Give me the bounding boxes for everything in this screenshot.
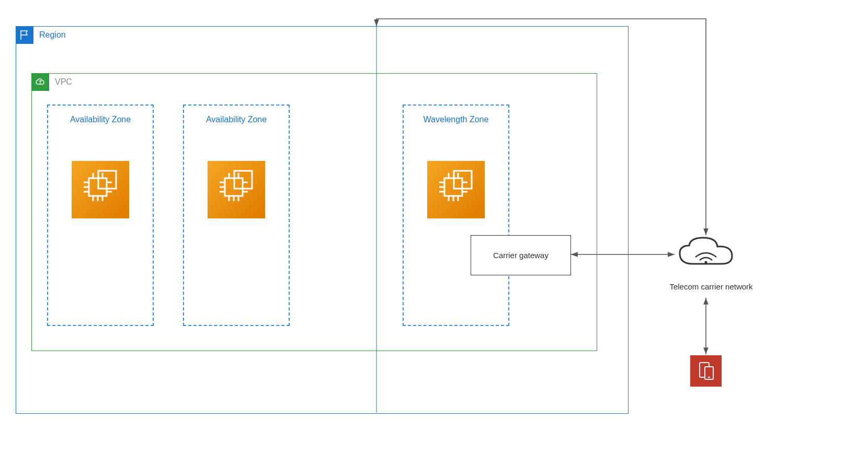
wavelength-zone: Wavelength Zone [403, 104, 509, 326]
ec2-instance-icon [427, 161, 485, 218]
svg-point-36 [705, 261, 707, 264]
zone-label: Availability Zone [184, 115, 289, 124]
cloud-wifi-icon [675, 235, 737, 272]
ec2-instance-icon [208, 161, 265, 218]
region-label: Region [39, 30, 66, 40]
region-flag-icon [16, 26, 33, 44]
zone-label: Wavelength Zone [404, 115, 508, 124]
zone-label: Availability Zone [48, 115, 153, 124]
availability-zone-1: Availability Zone [47, 104, 154, 326]
mobile-devices-icon [690, 355, 722, 387]
carrier-gateway-label: Carrier gateway [493, 251, 549, 260]
availability-zone-2: Availability Zone [183, 104, 290, 326]
carrier-gateway-box: Carrier gateway [471, 235, 571, 275]
vpc-label: VPC [55, 77, 72, 87]
vpc-cloud-icon [31, 73, 49, 91]
ec2-instance-icon [72, 161, 129, 218]
telecom-label: Telecom carrier network [654, 282, 769, 291]
